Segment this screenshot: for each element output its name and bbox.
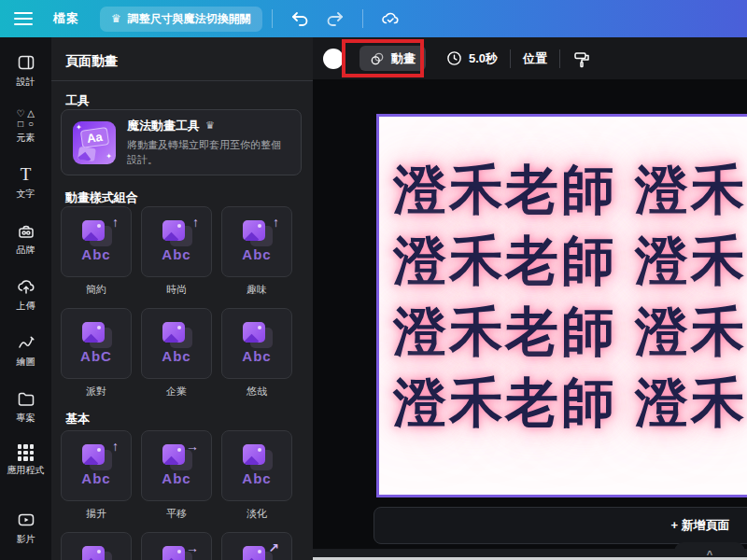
text-icon: T — [21, 164, 32, 185]
divider — [362, 9, 363, 28]
image-icon — [82, 220, 105, 241]
sidebar-item-draw[interactable]: 繪圖 — [0, 332, 51, 369]
cloud-saved-icon[interactable] — [380, 8, 401, 29]
sidebar-item-video[interactable]: 影片 — [0, 510, 51, 546]
divider — [51, 80, 313, 81]
combo-header: 動畫樣式組合 — [65, 189, 138, 206]
sparkle-icon: ✦ — [76, 124, 82, 132]
animation-style-cell: ↗ Abc — [221, 532, 292, 560]
animate-icon — [370, 51, 385, 66]
page-animations-panel: 頁面動畫 工具 ✦ Aa ✦ 魔法動畫工具 ♛ 將動畫及轉場立即套用至你的整個設… — [51, 37, 313, 560]
arrow-icon: ↑ — [112, 439, 119, 454]
position-button[interactable]: 位置 — [523, 50, 547, 67]
magic-tool-description: 將動畫及轉場立即套用至你的整個設計。 — [127, 138, 284, 168]
image-icon — [162, 546, 185, 560]
style-tile-pan[interactable]: → Abc — [141, 430, 212, 501]
resize-magic-switch-button[interactable]: ♛ 調整尺寸與魔法切換開關 — [100, 7, 262, 32]
image-icon — [243, 322, 265, 343]
style-tile-partial-3[interactable]: ↗ Abc — [221, 532, 292, 560]
animation-style-cell: Abc — [61, 532, 132, 560]
arrow-icon: ↗ — [268, 540, 279, 555]
animate-button[interactable]: 動畫 — [359, 46, 426, 71]
tile-label: 派對 — [86, 385, 106, 399]
basic-grid: ↑ Abc 揚升 → Abc 平移 Abc 淡化 — [61, 430, 292, 560]
duration-button[interactable]: 5.0秒 — [446, 50, 498, 67]
image-icon — [243, 444, 265, 465]
style-tile-partial-2[interactable]: → Abc — [141, 532, 212, 560]
text-color-swatch[interactable] — [323, 49, 344, 69]
tile-label: 時尚 — [166, 283, 187, 297]
design-canvas-page[interactable]: 澄禾老師 澄禾 澄禾老師 澄禾 澄禾老師 澄禾 澄禾老師 澄禾 — [376, 114, 747, 497]
arrow-icon: → — [186, 439, 199, 454]
top-bar: 檔案 ♛ 調整尺寸與魔法切換開關 — [0, 0, 747, 37]
animation-style-cell: Abc 悠哉 — [221, 308, 292, 399]
file-menu-button[interactable]: 檔案 — [53, 10, 79, 27]
style-tile-fun[interactable]: ↑ Abc — [221, 206, 292, 277]
sidebar-item-label: 設計 — [17, 76, 35, 89]
divider — [272, 9, 273, 28]
pro-crown-icon: ♛ — [205, 119, 215, 132]
animation-style-cell: → Abc — [141, 532, 212, 560]
crown-icon: ♛ — [111, 13, 121, 24]
style-tile-stylish[interactable]: ↑ Abc — [141, 206, 212, 277]
add-page-button[interactable]: + 新增頁面 — [374, 507, 747, 544]
tile-label: 企業 — [166, 385, 187, 399]
sidebar-item-elements[interactable]: ♡△□○ 元素 — [0, 108, 51, 145]
animation-style-cell: ↑ Abc 簡約 — [61, 206, 132, 297]
image-icon — [162, 444, 185, 465]
style-tile-relaxed[interactable]: Abc — [221, 308, 292, 379]
context-toolbar: 動畫 5.0秒 位置 — [313, 37, 747, 79]
basic-header: 基本 — [65, 411, 90, 427]
tile-label: 悠哉 — [247, 385, 267, 399]
sidebar-item-label: 品牌 — [17, 244, 35, 257]
add-page-label: + 新增頁面 — [670, 517, 729, 534]
sparkle-icon: ✦ — [106, 153, 112, 161]
icon-rail: 設計 ♡△□○ 元素 T 文字 品牌 上傳 繪圖 專案 應用程式 — [0, 37, 51, 560]
tools-header: 工具 — [65, 92, 90, 109]
neon-text-line: 澄禾老師 澄禾 — [393, 154, 747, 225]
style-tile-partial-1[interactable]: Abc — [61, 532, 132, 560]
sidebar-item-text[interactable]: T 文字 — [0, 164, 51, 201]
clock-icon — [446, 50, 462, 66]
sidebar-item-label: 文字 — [17, 188, 35, 201]
image-icon — [243, 220, 265, 241]
sidebar-item-apps[interactable]: 應用程式 — [0, 444, 51, 477]
animation-style-cell: ↑ Abc 時尚 — [141, 206, 212, 297]
divider — [510, 49, 511, 68]
animation-style-cell: Abc 企業 — [141, 308, 212, 399]
panel-title: 頁面動畫 — [65, 53, 118, 70]
sidebar-item-uploads[interactable]: 上傳 — [0, 276, 51, 313]
animation-style-cell: ↑ Abc 趣味 — [221, 206, 292, 297]
neon-text-line: 澄禾老師 澄禾 — [393, 367, 747, 438]
resize-button-label: 調整尺寸與魔法切換開關 — [128, 11, 251, 27]
style-tile-corporate[interactable]: Abc — [141, 308, 212, 379]
arrow-icon: ↑ — [112, 215, 119, 230]
combo-grid: ↑ Abc 簡約 ↑ Abc 時尚 ↑ Abc 趣味 — [61, 206, 292, 399]
sidebar-item-projects[interactable]: 專案 — [0, 388, 51, 425]
neon-text-line: 澄禾老師 澄禾 — [393, 296, 747, 367]
redo-icon[interactable] — [325, 8, 345, 29]
style-tile-simple[interactable]: ↑ Abc — [61, 206, 132, 277]
style-tile-fade[interactable]: Abc — [221, 430, 292, 501]
arrow-icon: ↑ — [192, 215, 199, 230]
magic-animate-icon: ✦ Aa ✦ — [73, 121, 116, 164]
style-tile-rise[interactable]: ↑ Abc — [61, 430, 132, 501]
sidebar-item-design[interactable]: 設計 — [0, 52, 51, 89]
aa-badge: Aa — [80, 127, 109, 148]
sidebar-item-label: 上傳 — [17, 300, 35, 313]
sidebar-item-label: 元素 — [17, 132, 35, 145]
duration-value: 5.0秒 — [469, 50, 498, 67]
animation-style-cell: → Abc 平移 — [141, 430, 212, 521]
editor-main: 動畫 5.0秒 位置 澄禾老師 澄禾 — [313, 37, 747, 560]
magic-animate-tool-card[interactable]: ✦ Aa ✦ 魔法動畫工具 ♛ 將動畫及轉場立即套用至你的整個設計。 — [61, 109, 302, 175]
image-icon — [243, 546, 265, 560]
sidebar-item-brand[interactable]: 品牌 — [0, 220, 51, 257]
animate-label: 動畫 — [391, 50, 416, 67]
image-icon — [162, 220, 185, 241]
shapes-icon: ♡△□○ — [16, 108, 36, 129]
undo-icon[interactable] — [289, 8, 310, 29]
paint-roller-icon[interactable] — [572, 49, 591, 68]
menu-icon[interactable] — [14, 12, 33, 25]
style-tile-party[interactable]: AbC — [61, 308, 132, 379]
animation-style-cell: AbC 派對 — [61, 308, 132, 399]
